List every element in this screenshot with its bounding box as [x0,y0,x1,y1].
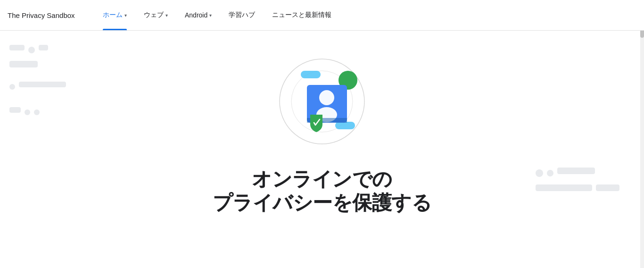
left-sidebar [0,31,104,268]
nav-item-news-label: ニュースと最新情報 [272,11,331,19]
ghost-circle [9,84,15,90]
chevron-down-icon: ▾ [209,13,212,18]
svg-point-6 [319,90,334,105]
nav-item-android-label: Android [185,11,207,19]
nav-item-android[interactable]: Android ▾ [176,0,220,30]
center-content: オンラインでの プライバシーを保護する [213,45,432,215]
chevron-down-icon: ▾ [124,13,127,18]
nav-item-home-label: ホーム [103,11,123,19]
ghost-bar [9,61,38,67]
navbar: The Privacy Sandbox ホーム ▾ ウェブ ▾ Android … [0,0,644,31]
ghost-row-4 [9,107,94,117]
nav-item-home[interactable]: ホーム ▾ [94,0,135,30]
nav-item-web[interactable]: ウェブ ▾ [135,0,176,30]
svg-rect-4 [335,122,355,129]
chevron-down-icon: ▾ [165,13,168,18]
nav-item-web-label: ウェブ [144,11,164,19]
right-sidebar [531,163,635,206]
ghost-row-1 [9,45,94,55]
nav-items: ホーム ▾ ウェブ ▾ Android ▾ 学習ハブ ニュースと最新情報 [94,0,340,30]
main-content: オンラインでの プライバシーを保護する [0,31,644,268]
ghost-circle [34,109,40,115]
nav-item-news[interactable]: ニュースと最新情報 [264,0,340,30]
site-logo[interactable]: The Privacy Sandbox [8,11,83,19]
ghost-bar [9,107,21,113]
ghost-circle [25,109,30,115]
ghost-bar [39,45,48,50]
ghost-circle [547,170,553,176]
ghost-bar [19,82,66,87]
ghost-row-right-2 [536,184,630,196]
ghost-circle [536,169,543,177]
hero-title-line1: オンラインでの [213,168,432,191]
hero-title-line2: プライバシーを保護する [213,191,432,215]
ghost-bar [536,184,592,191]
ghost-row-3 [9,82,94,92]
ghost-bar [596,184,619,191]
ghost-circle [28,47,35,53]
ghost-bar [557,168,595,174]
ghost-row-right-1 [536,168,630,179]
nav-item-learning[interactable]: 学習ハブ [220,0,264,30]
ghost-row-2 [9,61,94,72]
nav-item-learning-label: 学習ハブ [229,11,255,19]
hero-title: オンラインでの プライバシーを保護する [213,168,432,215]
hero-illustration [265,45,379,158]
ghost-bar [9,45,25,50]
svg-rect-2 [301,71,321,78]
